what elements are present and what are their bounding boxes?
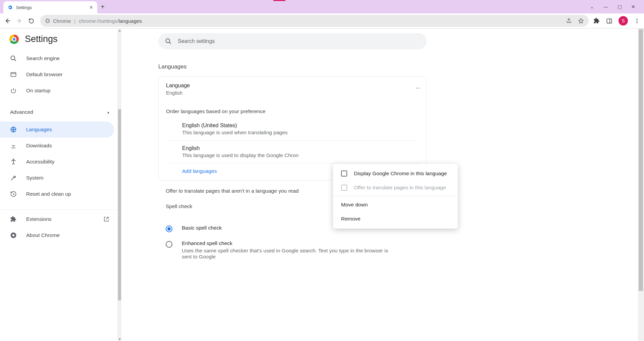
ctx-label: Move down: [341, 202, 368, 208]
language-card-title: Language: [166, 83, 419, 89]
svg-point-1: [47, 20, 48, 21]
sidebar-group-advanced[interactable]: Advanced ▴: [0, 105, 117, 119]
svg-point-4: [637, 20, 638, 21]
sidebar-item-label: About Chrome: [26, 232, 60, 238]
radio-icon[interactable]: [166, 241, 172, 248]
sidebar-item-search-engine[interactable]: Search engine: [0, 50, 114, 66]
extensions-icon[interactable]: [593, 17, 600, 24]
sidebar-item-label: System: [26, 175, 44, 181]
new-tab-button[interactable]: +: [97, 3, 108, 11]
sidebar-item-default-browser[interactable]: Default browser: [0, 66, 114, 83]
sidebar-item-reset[interactable]: Reset and clean up: [0, 186, 114, 202]
sidebar-item-system[interactable]: System: [0, 170, 114, 186]
ctx-label: Offer to translate pages in this languag…: [354, 185, 446, 191]
titlebar: Settings ✕ + ⌄ — ▢ ✕: [0, 0, 644, 13]
wrench-icon: [10, 175, 17, 181]
loading-accent: [273, 0, 285, 1]
sidebar-item-label: Search engine: [26, 55, 60, 61]
chrome-logo-icon: [9, 35, 19, 44]
language-context-menu: Display Google Chrome in this language O…: [333, 164, 458, 229]
back-icon[interactable]: [4, 17, 11, 24]
sidepanel-icon[interactable]: [606, 18, 612, 24]
svg-point-3: [637, 18, 638, 19]
sidebar-item-about-chrome[interactable]: About Chrome: [0, 227, 114, 243]
kebab-menu-icon[interactable]: [634, 18, 640, 24]
restore-icon: [10, 191, 17, 197]
sidebar: Settings Search engine Default browser O…: [0, 29, 117, 341]
main-pane: Search settings Languages Language Engli…: [121, 29, 644, 341]
download-icon: [10, 142, 17, 149]
language-row[interactable]: English (United States) This language is…: [166, 118, 419, 141]
ctx-label: Remove: [341, 216, 361, 222]
scroll-down-icon[interactable]: ▼: [118, 337, 121, 341]
ctx-label: Display Google Chrome in this language: [354, 170, 447, 177]
main-scrollbar[interactable]: [638, 29, 644, 341]
forward-icon: [16, 17, 23, 24]
share-icon[interactable]: [566, 18, 572, 24]
svg-point-12: [166, 39, 170, 43]
tab-close-icon[interactable]: ✕: [89, 5, 93, 10]
sidebar-item-label: Downloads: [26, 143, 52, 149]
spell-enhanced-row[interactable]: Enhanced spell check Uses the same spell…: [166, 236, 419, 264]
svg-point-5: [637, 22, 638, 23]
window-icon: [10, 71, 17, 78]
minimize-icon[interactable]: —: [603, 4, 608, 9]
spell-enhanced-label: Enhanced spell check: [182, 240, 390, 246]
search-icon: [10, 55, 17, 62]
ctx-move-down[interactable]: Move down: [333, 198, 458, 212]
svg-point-11: [12, 234, 15, 237]
checkbox-icon[interactable]: [341, 170, 347, 177]
collapse-icon[interactable]: ︿: [416, 85, 420, 91]
sidebar-item-extensions[interactable]: Extensions: [0, 211, 114, 227]
url-origin: chrome://settings/: [79, 18, 118, 24]
chrome-icon: [10, 232, 17, 239]
search-placeholder: Search settings: [178, 38, 215, 44]
chevron-up-icon: ▴: [107, 110, 109, 114]
ctx-display-in-language[interactable]: Display Google Chrome in this language: [333, 166, 458, 181]
puzzle-icon: [10, 216, 17, 223]
omnibox[interactable]: Chrome | chrome://settings/languages: [40, 15, 589, 27]
language-card-current: English: [166, 90, 419, 96]
browser-tab[interactable]: Settings ✕: [3, 1, 97, 13]
settings-search-input[interactable]: Search settings: [158, 33, 427, 49]
bookmark-icon[interactable]: [578, 18, 584, 24]
language-desc: This language is used when translating p…: [182, 130, 419, 136]
sidebar-scrollbar[interactable]: ▲ ▼: [117, 29, 121, 341]
sidebar-item-label: Default browser: [26, 71, 63, 78]
window-close-icon[interactable]: ✕: [631, 4, 635, 9]
profile-avatar[interactable]: S: [619, 16, 628, 26]
brand-title: Settings: [25, 34, 58, 44]
sidebar-item-downloads[interactable]: Downloads: [0, 138, 114, 154]
language-name: English (United States): [182, 123, 419, 129]
reload-icon[interactable]: [28, 18, 36, 24]
spell-enhanced-desc: Uses the same spell checker that's used …: [182, 248, 390, 260]
sidebar-item-label: Reset and clean up: [26, 191, 71, 197]
external-link-icon: [103, 216, 109, 222]
search-icon: [165, 38, 172, 45]
sidebar-item-on-startup[interactable]: On startup: [0, 83, 114, 99]
radio-selected-icon[interactable]: [166, 226, 172, 232]
sidebar-item-label: Languages: [26, 127, 52, 133]
sidebar-item-label: Extensions: [26, 216, 52, 222]
settings-page: Settings Search engine Default browser O…: [0, 29, 644, 341]
site-chip-label: Chrome: [53, 18, 71, 24]
svg-point-6: [11, 56, 15, 60]
window-controls: ⌄ — ▢ ✕: [581, 0, 644, 13]
language-row[interactable]: English This language is used to display…: [166, 141, 419, 163]
maximize-icon[interactable]: ▢: [618, 4, 622, 9]
svg-rect-7: [11, 72, 16, 77]
sidebar-item-label: Accessibility: [26, 159, 54, 165]
sidebar-item-accessibility[interactable]: Accessibility: [0, 154, 114, 170]
globe-icon: [10, 126, 17, 133]
ctx-offer-translate: Offer to translate pages in this languag…: [333, 181, 458, 195]
language-name: English: [182, 145, 419, 151]
omnibox-url: chrome://settings/languages: [79, 18, 142, 24]
site-chip: Chrome: [45, 18, 71, 24]
scroll-up-icon[interactable]: ▲: [118, 29, 121, 32]
scrollbar-thumb[interactable]: [118, 109, 121, 300]
ctx-remove[interactable]: Remove: [333, 212, 458, 226]
tab-search-icon[interactable]: ⌄: [590, 4, 594, 9]
sidebar-item-languages[interactable]: Languages: [0, 121, 114, 138]
scrollbar-thumb[interactable]: [639, 29, 643, 291]
brand: Settings: [0, 33, 117, 50]
